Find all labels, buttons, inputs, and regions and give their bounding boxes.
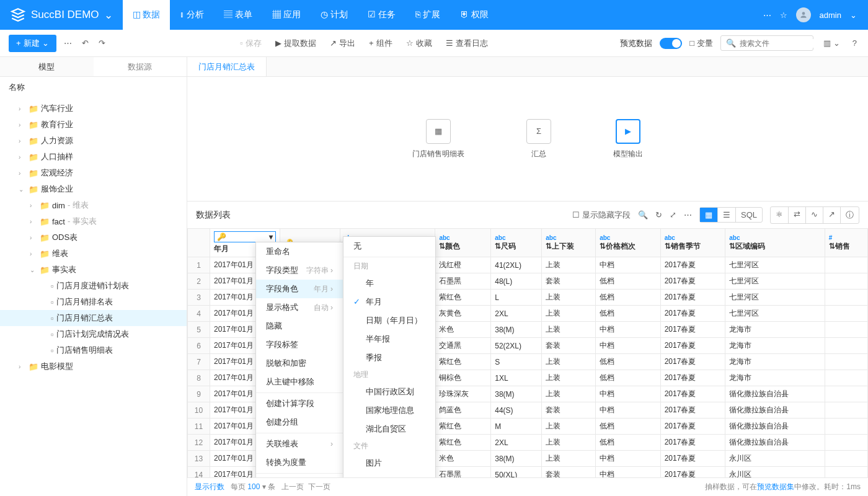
tree-item[interactable]: ›📁 教育行业 <box>0 117 187 133</box>
ctx-item[interactable]: 创建计算字段 <box>256 394 343 413</box>
save-button[interactable]: ▫ 保存 <box>240 38 262 49</box>
new-button[interactable]: + 新建 ⌄ <box>9 35 56 52</box>
tree-item[interactable]: ▫ 门店月销汇总表 <box>0 310 187 326</box>
trend-icon[interactable]: ↗ <box>823 207 841 223</box>
tree-item[interactable]: ›📁 电影模型 <box>0 358 187 374</box>
undo-icon[interactable]: ↶ <box>79 36 91 50</box>
tree-item[interactable]: ›📁 ODS表 <box>0 229 187 246</box>
flow-canvas: ▦ 门店销售明细表 Σ 汇总 ▶ 模型输出 <box>187 77 868 201</box>
search-input[interactable]: 🔍 <box>720 35 813 51</box>
info-icon[interactable]: ⓘ <box>841 207 859 223</box>
submenu-item[interactable]: 湖北自贸区 <box>343 420 435 438</box>
submenu-item[interactable]: 季报 <box>343 348 435 367</box>
tab-model[interactable]: 模型 <box>0 57 94 76</box>
submenu-item[interactable]: 半年报 <box>343 330 435 348</box>
pulse-icon[interactable]: ∿ <box>806 207 823 223</box>
nav-data[interactable]: ◫ 数据 <box>123 0 170 30</box>
ctx-item[interactable]: 显示格式自动 › <box>256 298 343 317</box>
expand-icon[interactable]: ⤢ <box>670 210 676 219</box>
view-grid-button[interactable]: ▦ <box>700 208 718 222</box>
tree-item[interactable]: ⌄📁 服饰企业 <box>0 181 187 197</box>
data-grid[interactable]: 🔑 ▾年月🔑abc⇅款式abc⇅颜色abc⇅尺码abc⇅上下装abc⇅价格档次a… <box>187 228 868 477</box>
more-icon[interactable]: ⋯ <box>61 36 74 50</box>
layout-icon[interactable]: ▥ ⌄ <box>821 36 843 50</box>
relation-icon[interactable]: ⚛ <box>771 207 789 223</box>
tree-item[interactable]: ›📁 人力资源 <box>0 133 187 149</box>
extract-button[interactable]: ▶ 提取数据 <box>275 38 316 49</box>
ctx-item[interactable]: 关联维表 › <box>256 435 343 453</box>
view-list-button[interactable]: ☰ <box>718 208 736 222</box>
tab-active[interactable]: 门店月销汇总表 <box>187 57 267 76</box>
prev-page[interactable]: 上一页 <box>281 482 304 491</box>
log-button[interactable]: ☰ 查看日志 <box>446 38 488 49</box>
tree-item[interactable]: ⌄📁 事实表 <box>0 262 187 278</box>
nav-plan[interactable]: ◷ 计划 <box>311 0 358 30</box>
redo-icon[interactable]: ↷ <box>96 36 108 50</box>
help-icon[interactable]: ? <box>850 36 859 50</box>
more-icon[interactable]: ⋯ <box>684 210 692 219</box>
nav-form[interactable]: ▤ 表单 <box>214 0 262 30</box>
nav-analysis[interactable]: ⫾ 分析 <box>170 0 214 30</box>
export-button[interactable]: ↗ 导出 <box>330 38 355 49</box>
preview-toggle[interactable] <box>660 38 682 49</box>
ctx-item[interactable]: 字段角色年月 ›无日期年✓年月日期（年月日）半年报季报地理中国行政区划国家地理信… <box>256 280 343 298</box>
submenu-item[interactable]: 年 <box>343 274 435 293</box>
logo[interactable]: SuccBI DEMO ⌄ <box>0 7 123 23</box>
submenu-item[interactable]: 无 <box>343 237 435 255</box>
tree-item[interactable]: ›📁 汽车行业 <box>0 100 187 117</box>
more-icon[interactable]: ⋯ <box>763 11 771 20</box>
tree: ›📁 汽车行业›📁 教育行业›📁 人力资源›📁 人口抽样›📁 宏观经济⌄📁 服饰… <box>0 98 187 496</box>
username[interactable]: admin <box>820 11 841 20</box>
component-button[interactable]: + 组件 <box>369 38 392 49</box>
ctx-item[interactable]: 创建分组 <box>256 413 343 432</box>
tab-datasource[interactable]: 数据源 <box>94 57 187 76</box>
view-sql-button[interactable]: SQL <box>736 208 762 222</box>
submenu-item[interactable]: 国家地理信息 <box>343 401 435 420</box>
ctx-item[interactable]: 从主键中移除 <box>256 373 343 391</box>
avatar[interactable] <box>796 7 811 22</box>
submenu-item[interactable]: 图片 <box>343 454 435 472</box>
tree-item[interactable]: ›📁 fact - 事实表 <box>0 213 187 229</box>
page-size[interactable]: 100 <box>247 482 260 491</box>
ctx-item[interactable]: 字段类型字符串 › <box>256 261 343 280</box>
tree-item[interactable]: ›📁 宏观经济 <box>0 165 187 181</box>
preview-dataset-link[interactable]: 预览数据集 <box>757 482 794 491</box>
ctx-item[interactable]: 隐藏 <box>256 317 343 335</box>
flow-icon[interactable]: ⇄ <box>789 207 806 223</box>
favorite-button[interactable]: ☆ 收藏 <box>406 38 432 49</box>
nav-ext[interactable]: ⎘ 扩展 <box>405 0 450 30</box>
nav-app[interactable]: ▦ 应用 <box>262 0 311 30</box>
flow-node-source[interactable]: ▦ 门店销售明细表 <box>412 119 464 159</box>
submenu-item[interactable]: 日期（年月日） <box>343 311 435 330</box>
tree-item[interactable]: ›📁 人口抽样 <box>0 149 187 165</box>
tree-item[interactable]: ▫ 门店月度进销计划表 <box>0 278 187 294</box>
refresh-icon[interactable]: ↻ <box>655 210 662 219</box>
ctx-item[interactable]: 重命名 <box>256 242 343 261</box>
flow-node-output[interactable]: ▶ 模型输出 <box>613 119 643 159</box>
ctx-item[interactable]: 转换为度量 <box>256 453 343 472</box>
data-tools: ☐ 显示隐藏字段 🔍 ↻ ⤢ ⋯ ▦ ☰ SQL ⚛ ⇄ ∿ ↗ ⓘ <box>572 206 859 224</box>
star-icon[interactable]: ☆ <box>780 11 787 20</box>
submenu-item[interactable]: 中国行政区划 <box>343 383 435 401</box>
tree-item[interactable]: ›📁 dim - 维表 <box>0 197 187 213</box>
variable-button[interactable]: □ 变量 <box>689 38 713 49</box>
submenu-item[interactable]: ✓年月 <box>343 293 435 311</box>
show-rows-link[interactable]: 显示行数 <box>195 482 224 491</box>
show-hidden-checkbox[interactable]: ☐ 显示隐藏字段 <box>572 210 631 221</box>
ctx-item[interactable]: 字段标签 <box>256 335 343 354</box>
tree-item[interactable]: ›📁 维表 <box>0 246 187 262</box>
context-menu: 重命名 字段类型字符串 ›字段角色年月 ›无日期年✓年月日期（年月日）半年报季报… <box>255 242 343 477</box>
ctx-item[interactable]: 血统分析 › <box>256 475 343 477</box>
search-icon[interactable]: 🔍 <box>638 210 648 219</box>
next-page[interactable]: 下一页 <box>308 482 330 491</box>
data-header: 数据列表 ☐ 显示隐藏字段 🔍 ↻ ⤢ ⋯ ▦ ☰ SQL ⚛ ⇄ ∿ ↗ ⓘ <box>187 201 868 228</box>
nav-perm[interactable]: ⛨ 权限 <box>450 0 498 30</box>
nav-task[interactable]: ☑ 任务 <box>358 0 405 30</box>
data-list-title: 数据列表 <box>196 210 231 221</box>
tree-item[interactable]: ▫ 门店销售明细表 <box>0 342 187 358</box>
flow-node-aggregate[interactable]: Σ 汇总 <box>526 119 551 159</box>
ctx-item[interactable]: 脱敏和加密 <box>256 354 343 373</box>
submenu-item[interactable]: 文档 <box>343 472 435 477</box>
tree-item[interactable]: ▫ 门店计划完成情况表 <box>0 326 187 342</box>
tree-item[interactable]: ▫ 门店月销排名表 <box>0 294 187 310</box>
